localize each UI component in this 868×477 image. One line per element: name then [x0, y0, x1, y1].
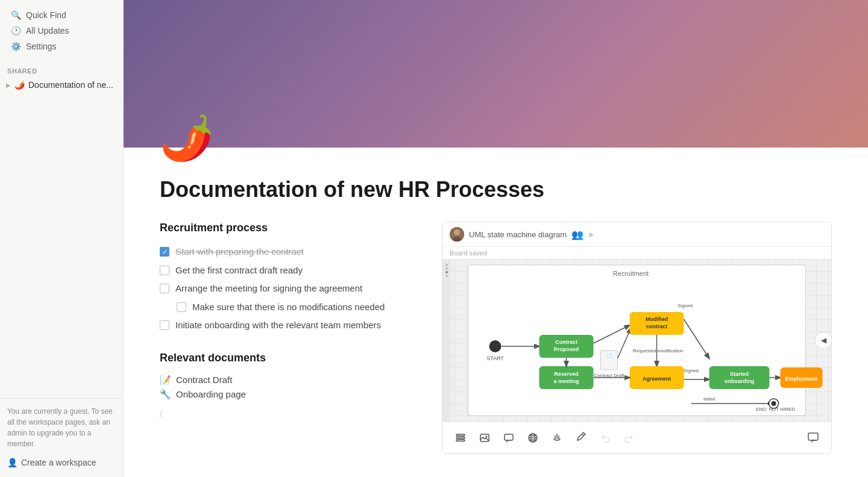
task-text-1: Start with preparing the contract: [175, 245, 304, 259]
gear-icon: ⚙️: [11, 42, 21, 51]
sidebar-page-documentation[interactable]: ▶ 🌶️ Documentation of ne...: [0, 77, 123, 93]
user-avatar: [450, 227, 464, 242]
contract-label: Contract Draft: [176, 375, 232, 385]
svg-rect-3: [468, 265, 806, 416]
svg-text:📄: 📄: [606, 352, 612, 358]
doc-link-onboarding[interactable]: 🔧 Onboarding page: [160, 387, 413, 402]
doc-link-contract[interactable]: 📝 Contract Draft: [160, 373, 413, 387]
svg-text:Recruitment: Recruitment: [613, 270, 649, 277]
guest-message: You are currently a guest. To see all th…: [7, 406, 116, 449]
sidebar-item-all-updates[interactable]: 🕐 All Updates: [5, 23, 118, 39]
shared-label: SHARED: [0, 59, 123, 77]
all-updates-label: All Updates: [26, 26, 69, 36]
docs-section: Relevant documents 📝 Contract Draft 🔧 On…: [160, 352, 413, 402]
toolbar-globe-btn[interactable]: [522, 427, 544, 449]
people-icon: 👥: [571, 229, 583, 240]
toolbar-hand-btn[interactable]: [546, 427, 568, 449]
quick-find-label: Quick Find: [26, 10, 66, 20]
svg-rect-27: [539, 366, 594, 389]
toolbar-right: [802, 427, 824, 449]
search-icon: 🔍: [11, 10, 21, 20]
sidebar-item-settings[interactable]: ⚙️ Settings: [5, 39, 118, 54]
page-emoji: 🌶️: [14, 80, 25, 90]
task-text-3: Arrange the meeting for signing the agre…: [175, 282, 362, 296]
toolbar-redo-btn[interactable]: [618, 427, 640, 449]
svg-text:Requested modification: Requested modification: [633, 348, 684, 354]
svg-text:onboarding: onboarding: [725, 378, 755, 384]
svg-text:Signed: Signed: [678, 303, 693, 308]
collapse-button[interactable]: ◀: [815, 332, 831, 349]
clock-icon: 🕐: [11, 26, 21, 36]
diagram-toolbar: [442, 422, 831, 454]
task-text-4: Make sure that there is no modifications…: [192, 301, 385, 314]
svg-text:Reserved: Reserved: [554, 371, 579, 377]
svg-rect-44: [456, 434, 465, 436]
svg-point-5: [489, 340, 502, 352]
task-checkbox-4[interactable]: [177, 302, 186, 312]
create-workspace-button[interactable]: 👤 Create a workspace: [7, 455, 116, 470]
chevron-right-icon: ▶: [6, 82, 11, 89]
task-text-2: Get the first contract draft ready: [175, 264, 303, 278]
right-column: UML state machine diagram 👥 » Board save…: [442, 222, 832, 454]
banner-emoji: 🌶️: [160, 116, 214, 160]
task-item-4: Make sure that there is no modifications…: [160, 298, 413, 317]
svg-text:Started: Started: [730, 371, 749, 377]
person-icon: 👤: [7, 458, 17, 467]
sidebar-item-quick-find[interactable]: 🔍 Quick Find: [5, 7, 118, 23]
svg-text:Signed: Signed: [684, 368, 699, 373]
task-item-2: Get the first contract draft ready: [160, 261, 413, 280]
speech-bubble-btn[interactable]: [802, 427, 824, 449]
page-title: Documentation of new HR Processes: [160, 176, 832, 202]
sidebar-top: 🔍 Quick Find 🕐 All Updates ⚙️ Settings: [0, 0, 123, 59]
svg-rect-45: [456, 437, 465, 439]
docs-heading: Relevant documents: [160, 352, 413, 364]
page-body: Documentation of new HR Processes Recrui…: [124, 148, 868, 477]
svg-text:Employment: Employment: [785, 376, 817, 382]
left-column: Recruitment process Start with preparing…: [160, 222, 413, 426]
svg-text:a meeting: a meeting: [553, 378, 579, 384]
diagram-body[interactable]: ◀ Recruitment START: [442, 259, 831, 422]
svg-rect-55: [808, 433, 818, 440]
toolbar-comment-btn[interactable]: [498, 427, 520, 449]
toolbar-image-btn[interactable]: [474, 427, 495, 449]
uml-diagram-svg: Recruitment START Contract Proposed: [442, 259, 831, 422]
task-item-5: Initiate onboarding with the relevant te…: [160, 316, 413, 335]
slash-divider: /: [160, 402, 413, 426]
toolbar-pencil-btn[interactable]: [570, 427, 592, 449]
toolbar-undo-btn[interactable]: [594, 427, 616, 449]
more-icon[interactable]: »: [588, 229, 593, 239]
svg-text:contract: contract: [646, 323, 668, 329]
task-checkbox-1[interactable]: [160, 247, 169, 257]
toolbar-list-btn[interactable]: [450, 427, 471, 449]
task-list: Start with preparing the contract Get th…: [160, 243, 413, 335]
wrench-emoji: 🔧: [160, 389, 171, 400]
diagram-title: UML state machine diagram: [469, 230, 567, 239]
sidebar: 🔍 Quick Find 🕐 All Updates ⚙️ Settings S…: [0, 0, 124, 477]
svg-point-42: [772, 401, 776, 406]
svg-text:failed: failed: [703, 396, 715, 402]
settings-label: Settings: [26, 42, 57, 51]
board-saved: Board saved: [442, 247, 831, 259]
svg-rect-32: [709, 366, 770, 389]
svg-text:START: START: [486, 355, 504, 361]
page-banner: 🌶️: [124, 0, 868, 148]
task-checkbox-3[interactable]: [160, 284, 169, 293]
diagram-header: UML state machine diagram 👥 »: [442, 222, 831, 247]
svg-text:Modified: Modified: [646, 316, 668, 322]
task-checkbox-5[interactable]: [160, 320, 169, 330]
task-checkbox-2[interactable]: [160, 266, 169, 275]
two-column-layout: Recruitment process Start with preparing…: [160, 222, 832, 454]
contract-emoji: 📝: [160, 375, 171, 385]
svg-text:Contract: Contract: [555, 339, 577, 345]
sidebar-bottom: You are currently a guest. To see all th…: [0, 398, 123, 477]
task-item-3: Arrange the meeting for signing the agre…: [160, 279, 413, 298]
svg-rect-46: [456, 440, 465, 441]
page-label: Documentation of ne...: [28, 80, 113, 90]
svg-text:Proposed: Proposed: [554, 346, 579, 352]
create-workspace-label: Create a workspace: [21, 458, 96, 467]
recruitment-heading: Recruitment process: [160, 222, 413, 234]
svg-text:Agreement: Agreement: [643, 376, 671, 382]
onboarding-label: Onboarding page: [176, 389, 246, 399]
task-item-1: Start with preparing the contract: [160, 243, 413, 261]
svg-point-48: [486, 436, 488, 438]
